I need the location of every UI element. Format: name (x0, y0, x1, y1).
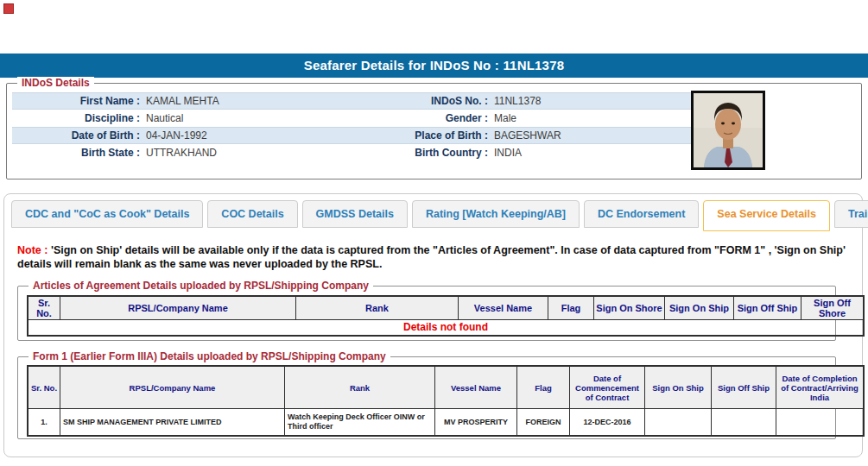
field-value: 04-JAN-1992 (140, 128, 381, 143)
field-label: Date of Birth : (12, 128, 140, 143)
field-value: BAGESHWAR (488, 128, 693, 143)
details-not-found-message: Details not found (28, 320, 864, 337)
table-cell: MV PROSPERITY (435, 409, 517, 437)
field-label: INDoS No. : (381, 93, 488, 109)
form1-details-fieldset: Form 1 (Earlier Form IIIA) Details uploa… (17, 356, 836, 439)
column-header: Sign On Ship (645, 366, 712, 409)
field-label: Birth State : (12, 144, 140, 161)
broken-image-icon (3, 3, 14, 14)
column-header: Vessel Name (435, 366, 517, 409)
tab-training-details[interactable]: Training Details (834, 200, 868, 228)
field-label: Discipline : (12, 110, 140, 127)
table-cell: SM SHIP MANAGEMENT PRIVATE LIMITED (60, 409, 285, 437)
field-value: 11NL1378 (488, 93, 693, 109)
articles-of-agreement-fieldset: Articles of Agreement Details uploaded b… (17, 286, 836, 341)
field-label: Gender : (381, 110, 488, 127)
table-cell: 1. (28, 409, 60, 437)
table-cell (776, 409, 865, 437)
column-header: RPSL/Company Name (60, 366, 285, 409)
table-cell: Watch Keeping Deck Officer OINW or Third… (285, 409, 435, 437)
table-header-row: Sr. No.RPSL/Company NameRankVessel NameF… (28, 366, 864, 409)
field-label: Birth Country : (381, 144, 488, 161)
field-label: Place of Birth : (381, 128, 488, 143)
note-body: 'Sign on Ship' details will be available… (17, 244, 846, 270)
column-header: Flag (548, 296, 594, 320)
field-label: First Name : (12, 93, 140, 109)
field-value: Male (488, 110, 693, 127)
portrait-graphic (694, 93, 763, 167)
column-header: Date of Completion of Contract/Arriving … (776, 366, 865, 409)
table-cell: FOREIGN (517, 409, 570, 437)
indos-rows: First Name :KAMAL MEHTAINDoS No. :11NL13… (12, 92, 693, 161)
indos-row: First Name :KAMAL MEHTAINDoS No. :11NL13… (12, 92, 693, 110)
indos-row: Date of Birth :04-JAN-1992Place of Birth… (12, 127, 693, 144)
column-header: RPSL/Company Name (60, 296, 296, 320)
tab-gmdss-details[interactable]: GMDSS Details (302, 200, 408, 228)
tab-dc-endorsement[interactable]: DC Endorsement (584, 200, 699, 228)
note-text: Note : 'Sign on Ship' details will be av… (17, 243, 848, 271)
table-cell (712, 409, 776, 437)
empty-row: Details not found (28, 320, 864, 337)
column-header: Sr. No. (28, 366, 60, 409)
note-label: Note : (17, 244, 48, 256)
table-row: 1.SM SHIP MANAGEMENT PRIVATE LIMITEDWatc… (28, 409, 864, 437)
column-header: Rank (285, 366, 435, 409)
column-header: Vessel Name (459, 296, 548, 320)
tab-cdc-and-coc-as-cook-details[interactable]: CDC and "CoC as Cook" Details (11, 200, 203, 228)
tab-content-panel: CDC and "CoC as Cook" DetailsCOC Details… (3, 193, 863, 457)
column-header: Flag (517, 366, 570, 409)
column-header: Sign Off Ship (734, 296, 801, 320)
field-value: Nautical (140, 110, 381, 127)
indos-row: Birth State :UTTRAKHANDBirth Country :IN… (12, 144, 693, 161)
table-header-row: Sr. No.RPSL/Company NameRankVessel NameF… (28, 296, 864, 320)
indos-row: Discipline :NauticalGender :Male (12, 110, 693, 127)
form1-legend: Form 1 (Earlier Form IIIA) Details uploa… (29, 350, 390, 362)
table-cell (645, 409, 712, 437)
articles-table: Sr. No.RPSL/Company NameRankVessel NameF… (27, 295, 865, 337)
column-header: Sign On Ship (665, 296, 734, 320)
page-title: Seafarer Details for INDoS No : 11NL1378 (0, 54, 868, 78)
field-value: UTTRAKHAND (140, 144, 381, 161)
column-header: Sign Off Shore (801, 296, 865, 320)
tab-sea-service-details[interactable]: Sea Service Details (703, 200, 830, 231)
indos-details-fieldset: INDoS Details First Name :KAMAL MEHTAIND… (6, 83, 862, 179)
tab-coc-details[interactable]: COC Details (207, 200, 297, 228)
table-cell: 12-DEC-2016 (570, 409, 645, 437)
column-header: Sr. No. (28, 296, 60, 320)
form1-table: Sr. No.RPSL/Company NameRankVessel NameF… (27, 365, 865, 437)
field-value: KAMAL MEHTA (140, 93, 381, 109)
column-header: Rank (296, 296, 459, 320)
tab-rating-watch-keeping-ab[interactable]: Rating [Watch Keeping/AB] (412, 200, 580, 228)
indos-details-legend: INDoS Details (17, 77, 94, 89)
column-header: Sign On Shore (594, 296, 665, 320)
seafarer-photo (691, 91, 765, 170)
tab-strip: CDC and "CoC as Cook" DetailsCOC Details… (11, 200, 868, 231)
field-value: INDIA (488, 144, 693, 161)
column-header: Date of Commencement of Contract (570, 366, 645, 409)
column-header: Sign Off Ship (712, 366, 776, 409)
articles-legend: Articles of Agreement Details uploaded b… (29, 280, 373, 292)
